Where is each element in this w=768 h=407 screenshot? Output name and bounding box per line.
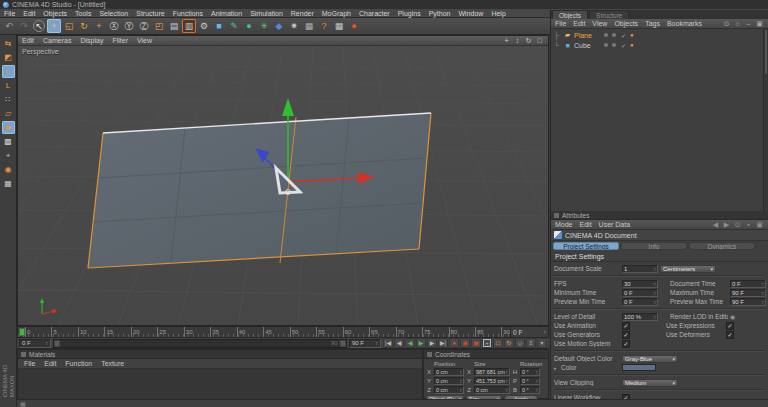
view-clipping-dropdown[interactable]: Medium▾ (622, 379, 678, 387)
expand-triangle-icon[interactable]: ▸ (554, 365, 559, 371)
use-animation-checkbox[interactable]: ✓ (622, 322, 630, 330)
spline-pen-icon[interactable]: ✎ (227, 19, 241, 33)
materials-list[interactable] (18, 369, 422, 399)
range-end-field[interactable]: 90 F↕ (349, 339, 381, 348)
visibility-render-dot[interactable] (612, 43, 616, 47)
position-field[interactable]: 0 cm↕ (434, 368, 464, 376)
key-scale-icon[interactable]: □ (493, 338, 503, 348)
current-frame-field[interactable]: 0 F↕ (510, 327, 548, 337)
minimum-time-field[interactable]: 0 F↕ (622, 289, 658, 297)
linear-workflow-checkbox[interactable]: ✓ (622, 394, 630, 400)
range-handle-left[interactable] (54, 340, 60, 347)
viewport-maximize-icon[interactable]: □ (535, 36, 544, 45)
live-selection-icon[interactable]: ↖ (33, 20, 45, 32)
render-picture-viewer-icon[interactable]: ▥ (182, 19, 196, 33)
menu-objects[interactable]: Objects (43, 10, 67, 17)
color-swatch[interactable] (622, 364, 656, 371)
scrollbar[interactable] (763, 29, 768, 211)
use-expressions-checkbox[interactable]: ✓ (726, 322, 734, 330)
viewport-menu-display[interactable]: Display (80, 37, 103, 44)
deform-state-icon[interactable]: ✓ (621, 42, 626, 49)
camera-rotate-icon[interactable]: ↻ (524, 36, 533, 45)
object-manager-menu-view[interactable]: View (592, 20, 607, 27)
materials-menu-texture[interactable]: Texture (101, 360, 124, 367)
timeline-track[interactable]: 051015202530354045505560657075808590 (18, 327, 510, 337)
spinner-arrows[interactable]: ↕ (460, 378, 463, 384)
position-field[interactable]: 0 cm↕ (434, 386, 464, 394)
fps-field[interactable]: 30↕ (622, 280, 658, 288)
key-pla-icon[interactable]: ≡ (526, 338, 536, 348)
object-tree[interactable]: ├▰Plane✓●└■Cube✓● (551, 29, 768, 211)
spinner-arrows[interactable]: ↕ (506, 369, 509, 375)
menu-structure[interactable]: Structure (136, 10, 164, 17)
cube-primitive-icon[interactable]: ■ (212, 19, 226, 33)
spinner-arrows[interactable]: ↕ (506, 378, 509, 384)
texture-axis-mode-icon[interactable]: ∟ (2, 65, 15, 78)
document-time-field[interactable]: 0 F↕ (730, 280, 766, 288)
render-lod-icon[interactable]: ◉ (730, 313, 735, 320)
help-icon[interactable]: ? (317, 19, 331, 33)
camera-zoom-icon[interactable]: ↕ (513, 36, 522, 45)
home-icon[interactable]: ⌂ (733, 19, 742, 28)
size-field[interactable]: 987.681 cm↕ (474, 368, 510, 376)
materials-menu-edit[interactable]: Edit (44, 360, 56, 367)
redo-icon[interactable]: ↷ (17, 19, 31, 33)
render-view-icon[interactable]: ▤ (167, 19, 181, 33)
menu-tools[interactable]: Tools (75, 10, 91, 17)
size-field[interactable]: 451.753 cm↕ (474, 377, 510, 385)
phong-tag-icon[interactable]: ● (630, 42, 634, 48)
model-mode-icon[interactable]: ◩ (2, 51, 15, 64)
new-window-icon[interactable]: ▣ (755, 220, 764, 229)
materials-menu-file[interactable]: File (24, 360, 35, 367)
menu-render[interactable]: Render (291, 10, 314, 17)
object-row[interactable]: ├▰Plane✓● (551, 30, 768, 40)
menu-mograph[interactable]: MoGraph (322, 10, 351, 17)
spinner-arrows[interactable]: ↕ (536, 387, 539, 393)
phong-tag-icon[interactable]: ● (630, 32, 634, 38)
size-field[interactable]: 0 cm↕ (474, 386, 510, 394)
range-handle-right[interactable] (340, 340, 346, 347)
document-scale-unit-dropdown[interactable]: Centimeters▾ (660, 265, 716, 273)
rotation-field[interactable]: 0 °↕ (520, 368, 540, 376)
spinner-arrows[interactable]: ↕ (536, 369, 539, 375)
document-row[interactable]: CINEMA 4D Document (551, 230, 768, 241)
lock-y-axis-icon[interactable]: Ⓨ (122, 19, 136, 33)
viewport-menu-edit[interactable]: Edit (22, 37, 34, 44)
menu-window[interactable]: Window (458, 10, 483, 17)
range-start-field[interactable]: 0 F↕ (19, 339, 51, 348)
object-manager-menu-tags[interactable]: Tags (645, 20, 660, 27)
viewport-canvas[interactable]: Perspective (18, 46, 548, 325)
spinner-arrows[interactable]: ↕ (506, 387, 509, 393)
workplane-mode-icon[interactable]: L (2, 79, 15, 92)
tab-info[interactable]: Info (621, 242, 687, 250)
level-of-detail-field[interactable]: 100 %↕ (622, 313, 658, 321)
menu-file[interactable]: File (4, 10, 15, 17)
search-icon[interactable]: ⊙ (722, 19, 731, 28)
lock-workplane-icon[interactable]: ▦ (2, 177, 15, 190)
object-manager-menu-edit[interactable]: Edit (573, 20, 585, 27)
coordinates-header[interactable]: Coordinates (424, 350, 548, 359)
lock-x-axis-icon[interactable]: Ⓧ (107, 19, 121, 33)
attributes-menu-mode[interactable]: Mode (555, 221, 573, 228)
rotation-field[interactable]: 0 °↕ (520, 386, 540, 394)
menu-character[interactable]: Character (359, 10, 390, 17)
lock-icon[interactable]: ▪ (744, 220, 753, 229)
edges-mode-icon[interactable]: ▱ (2, 107, 15, 120)
scene-3d[interactable] (18, 46, 548, 325)
camera-pan-icon[interactable]: + (502, 36, 511, 45)
history-forward-icon[interactable]: ▶ (722, 220, 731, 229)
render-settings-icon[interactable]: ⚙ (197, 19, 211, 33)
visibility-editor-dot[interactable] (604, 43, 608, 47)
spinner-arrows[interactable]: ↕ (460, 369, 463, 375)
key-parameter-icon[interactable]: ◇ (515, 338, 525, 348)
viewport-menu-view[interactable]: View (137, 37, 152, 44)
key-rotation-icon[interactable]: ↻ (504, 338, 514, 348)
menu-edit[interactable]: Edit (23, 10, 35, 17)
lock-z-axis-icon[interactable]: Ⓩ (137, 19, 151, 33)
goto-start-icon[interactable]: |◀ (383, 338, 393, 348)
object-manager-menu-bookmarks[interactable]: Bookmarks (667, 20, 702, 27)
visibility-render-dot[interactable] (612, 33, 616, 37)
playback-options-icon[interactable]: ▾ (537, 338, 547, 348)
preview-range-slider[interactable]: 90 F (53, 339, 347, 348)
move-icon[interactable]: + (47, 19, 61, 33)
